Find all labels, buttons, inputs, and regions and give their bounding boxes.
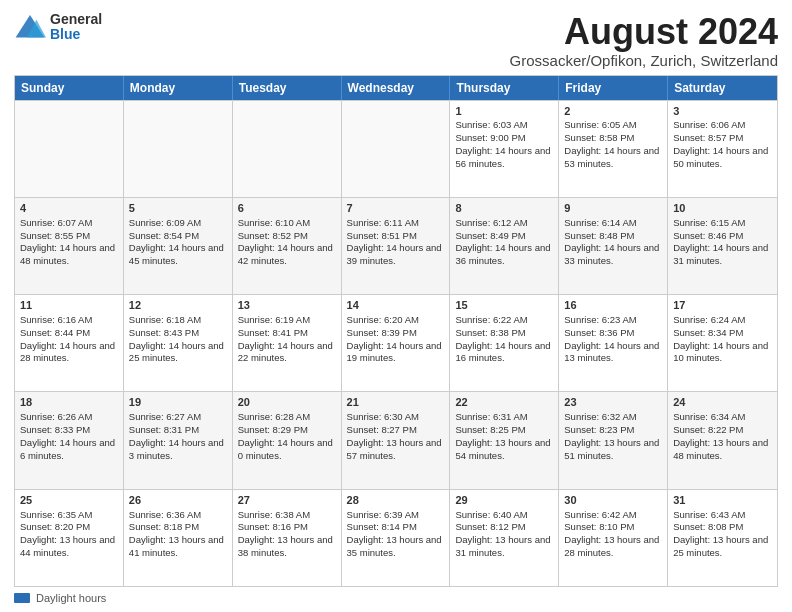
legend-label: Daylight hours xyxy=(36,592,106,604)
cal-row: 25Sunrise: 6:35 AMSunset: 8:20 PMDayligh… xyxy=(15,489,777,586)
cal-header-day: Wednesday xyxy=(342,76,451,100)
day-number: 20 xyxy=(238,395,336,410)
cal-header-day: Tuesday xyxy=(233,76,342,100)
logo-text: General Blue xyxy=(50,12,102,43)
day-info: Sunrise: 6:40 AMSunset: 8:12 PMDaylight:… xyxy=(455,509,553,560)
day-number: 14 xyxy=(347,298,445,313)
day-info: Sunrise: 6:09 AMSunset: 8:54 PMDaylight:… xyxy=(129,217,227,268)
day-info: Sunrise: 6:32 AMSunset: 8:23 PMDaylight:… xyxy=(564,411,662,462)
cal-header-day: Friday xyxy=(559,76,668,100)
cal-row: 11Sunrise: 6:16 AMSunset: 8:44 PMDayligh… xyxy=(15,294,777,391)
cal-row: 4Sunrise: 6:07 AMSunset: 8:55 PMDaylight… xyxy=(15,197,777,294)
day-number: 26 xyxy=(129,493,227,508)
day-number: 31 xyxy=(673,493,772,508)
cal-cell: 14Sunrise: 6:20 AMSunset: 8:39 PMDayligh… xyxy=(342,295,451,391)
day-info: Sunrise: 6:12 AMSunset: 8:49 PMDaylight:… xyxy=(455,217,553,268)
day-number: 28 xyxy=(347,493,445,508)
day-number: 5 xyxy=(129,201,227,216)
day-number: 9 xyxy=(564,201,662,216)
main-title: August 2024 xyxy=(510,12,778,52)
day-number: 30 xyxy=(564,493,662,508)
day-number: 10 xyxy=(673,201,772,216)
day-info: Sunrise: 6:24 AMSunset: 8:34 PMDaylight:… xyxy=(673,314,772,365)
cal-cell: 7Sunrise: 6:11 AMSunset: 8:51 PMDaylight… xyxy=(342,198,451,294)
day-info: Sunrise: 6:43 AMSunset: 8:08 PMDaylight:… xyxy=(673,509,772,560)
logo-blue-text: Blue xyxy=(50,27,102,42)
cal-cell: 30Sunrise: 6:42 AMSunset: 8:10 PMDayligh… xyxy=(559,490,668,586)
cal-cell: 9Sunrise: 6:14 AMSunset: 8:48 PMDaylight… xyxy=(559,198,668,294)
cal-cell: 8Sunrise: 6:12 AMSunset: 8:49 PMDaylight… xyxy=(450,198,559,294)
cal-cell: 2Sunrise: 6:05 AMSunset: 8:58 PMDaylight… xyxy=(559,101,668,197)
cal-cell: 28Sunrise: 6:39 AMSunset: 8:14 PMDayligh… xyxy=(342,490,451,586)
day-info: Sunrise: 6:15 AMSunset: 8:46 PMDaylight:… xyxy=(673,217,772,268)
cal-cell xyxy=(233,101,342,197)
cal-cell: 22Sunrise: 6:31 AMSunset: 8:25 PMDayligh… xyxy=(450,392,559,488)
cal-cell: 26Sunrise: 6:36 AMSunset: 8:18 PMDayligh… xyxy=(124,490,233,586)
calendar: SundayMondayTuesdayWednesdayThursdayFrid… xyxy=(14,75,778,587)
day-info: Sunrise: 6:34 AMSunset: 8:22 PMDaylight:… xyxy=(673,411,772,462)
day-number: 15 xyxy=(455,298,553,313)
cal-cell: 3Sunrise: 6:06 AMSunset: 8:57 PMDaylight… xyxy=(668,101,777,197)
day-number: 7 xyxy=(347,201,445,216)
day-number: 29 xyxy=(455,493,553,508)
cal-cell: 12Sunrise: 6:18 AMSunset: 8:43 PMDayligh… xyxy=(124,295,233,391)
cal-cell xyxy=(15,101,124,197)
day-info: Sunrise: 6:18 AMSunset: 8:43 PMDaylight:… xyxy=(129,314,227,365)
day-number: 23 xyxy=(564,395,662,410)
cal-row: 1Sunrise: 6:03 AMSunset: 9:00 PMDaylight… xyxy=(15,100,777,197)
subtitle: Grossacker/Opfikon, Zurich, Switzerland xyxy=(510,52,778,69)
day-info: Sunrise: 6:07 AMSunset: 8:55 PMDaylight:… xyxy=(20,217,118,268)
cal-cell: 31Sunrise: 6:43 AMSunset: 8:08 PMDayligh… xyxy=(668,490,777,586)
day-number: 27 xyxy=(238,493,336,508)
day-number: 8 xyxy=(455,201,553,216)
day-info: Sunrise: 6:39 AMSunset: 8:14 PMDaylight:… xyxy=(347,509,445,560)
header: General Blue August 2024 Grossacker/Opfi… xyxy=(14,12,778,69)
cal-cell: 4Sunrise: 6:07 AMSunset: 8:55 PMDaylight… xyxy=(15,198,124,294)
cal-cell: 16Sunrise: 6:23 AMSunset: 8:36 PMDayligh… xyxy=(559,295,668,391)
cal-cell: 6Sunrise: 6:10 AMSunset: 8:52 PMDaylight… xyxy=(233,198,342,294)
cal-cell: 27Sunrise: 6:38 AMSunset: 8:16 PMDayligh… xyxy=(233,490,342,586)
logo: General Blue xyxy=(14,12,102,43)
day-number: 11 xyxy=(20,298,118,313)
day-number: 4 xyxy=(20,201,118,216)
footer: Daylight hours xyxy=(14,592,778,604)
day-number: 24 xyxy=(673,395,772,410)
title-block: August 2024 Grossacker/Opfikon, Zurich, … xyxy=(510,12,778,69)
day-info: Sunrise: 6:19 AMSunset: 8:41 PMDaylight:… xyxy=(238,314,336,365)
logo-icon xyxy=(14,13,46,41)
cal-cell: 29Sunrise: 6:40 AMSunset: 8:12 PMDayligh… xyxy=(450,490,559,586)
cal-header-day: Monday xyxy=(124,76,233,100)
logo-general-text: General xyxy=(50,12,102,27)
cal-cell: 21Sunrise: 6:30 AMSunset: 8:27 PMDayligh… xyxy=(342,392,451,488)
cal-header-day: Thursday xyxy=(450,76,559,100)
cal-cell: 20Sunrise: 6:28 AMSunset: 8:29 PMDayligh… xyxy=(233,392,342,488)
day-info: Sunrise: 6:26 AMSunset: 8:33 PMDaylight:… xyxy=(20,411,118,462)
cal-cell: 11Sunrise: 6:16 AMSunset: 8:44 PMDayligh… xyxy=(15,295,124,391)
day-info: Sunrise: 6:20 AMSunset: 8:39 PMDaylight:… xyxy=(347,314,445,365)
day-number: 12 xyxy=(129,298,227,313)
day-info: Sunrise: 6:27 AMSunset: 8:31 PMDaylight:… xyxy=(129,411,227,462)
cal-cell: 10Sunrise: 6:15 AMSunset: 8:46 PMDayligh… xyxy=(668,198,777,294)
day-info: Sunrise: 6:28 AMSunset: 8:29 PMDaylight:… xyxy=(238,411,336,462)
day-info: Sunrise: 6:31 AMSunset: 8:25 PMDaylight:… xyxy=(455,411,553,462)
cal-cell: 5Sunrise: 6:09 AMSunset: 8:54 PMDaylight… xyxy=(124,198,233,294)
legend-box xyxy=(14,593,30,603)
day-number: 1 xyxy=(455,104,553,119)
page: General Blue August 2024 Grossacker/Opfi… xyxy=(0,0,792,612)
day-info: Sunrise: 6:36 AMSunset: 8:18 PMDaylight:… xyxy=(129,509,227,560)
day-info: Sunrise: 6:16 AMSunset: 8:44 PMDaylight:… xyxy=(20,314,118,365)
cal-header-day: Saturday xyxy=(668,76,777,100)
day-info: Sunrise: 6:06 AMSunset: 8:57 PMDaylight:… xyxy=(673,119,772,170)
day-number: 17 xyxy=(673,298,772,313)
cal-row: 18Sunrise: 6:26 AMSunset: 8:33 PMDayligh… xyxy=(15,391,777,488)
day-info: Sunrise: 6:14 AMSunset: 8:48 PMDaylight:… xyxy=(564,217,662,268)
day-info: Sunrise: 6:03 AMSunset: 9:00 PMDaylight:… xyxy=(455,119,553,170)
day-number: 6 xyxy=(238,201,336,216)
cal-cell: 25Sunrise: 6:35 AMSunset: 8:20 PMDayligh… xyxy=(15,490,124,586)
cal-cell: 13Sunrise: 6:19 AMSunset: 8:41 PMDayligh… xyxy=(233,295,342,391)
day-info: Sunrise: 6:30 AMSunset: 8:27 PMDaylight:… xyxy=(347,411,445,462)
cal-cell: 18Sunrise: 6:26 AMSunset: 8:33 PMDayligh… xyxy=(15,392,124,488)
cal-cell: 24Sunrise: 6:34 AMSunset: 8:22 PMDayligh… xyxy=(668,392,777,488)
day-info: Sunrise: 6:23 AMSunset: 8:36 PMDaylight:… xyxy=(564,314,662,365)
cal-cell: 1Sunrise: 6:03 AMSunset: 9:00 PMDaylight… xyxy=(450,101,559,197)
